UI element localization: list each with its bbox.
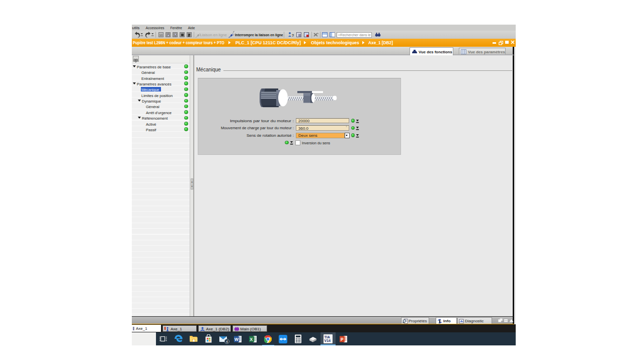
svg-text:Liaison en ligne: Liaison en ligne: [200, 33, 226, 37]
svg-text:Axe_1 [DB2]: Axe_1 [DB2]: [368, 40, 393, 45]
svg-text:W: W: [234, 337, 239, 342]
svg-text:utils: utils: [132, 26, 140, 30]
svg-text:PLC_1 [CPU 1211C DC/DC/Rly]: PLC_1 [CPU 1211C DC/DC/Rly]: [235, 40, 301, 45]
svg-text:Accessoires: Accessoires: [146, 26, 165, 30]
svg-text:Fenêtre: Fenêtre: [170, 26, 182, 30]
svg-text:10: 10: [159, 34, 163, 37]
svg-text:Objets technologiques: Objets technologiques: [311, 40, 359, 45]
svg-text:Pupitre test L298N + codeur +: Pupitre test L298N + codeur + compteur t…: [133, 40, 224, 45]
svg-text:Impulsions par tour du moteur: Impulsions par tour du moteur :: [230, 119, 294, 123]
svg-text:Sens de rotation autorisé :: Sens de rotation autorisé :: [247, 133, 294, 138]
svg-text:?: ?: [292, 34, 294, 37]
svg-text:Inversion du sens: Inversion du sens: [302, 141, 330, 145]
svg-text:X: X: [250, 337, 253, 342]
svg-text:Aide: Aide: [188, 26, 195, 30]
svg-text:4: 4: [226, 340, 228, 343]
svg-text:Interrompre la liaison en lign: Interrompre la liaison en ligne: [235, 33, 283, 37]
svg-text:Mouvement de charge par tour d: Mouvement de charge par tour du moteur :: [221, 126, 294, 130]
svg-text:P: P: [341, 337, 344, 342]
